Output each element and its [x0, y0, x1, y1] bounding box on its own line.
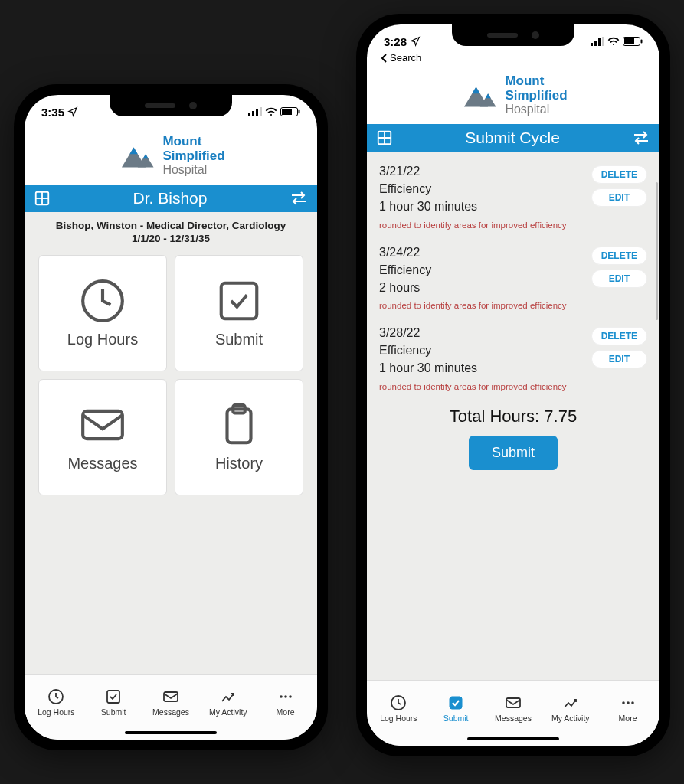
- svg-rect-25: [602, 37, 604, 46]
- svg-rect-7: [299, 110, 300, 114]
- tab-label: My Activity: [209, 707, 247, 717]
- entry-note: rounded to identify areas for improved e…: [379, 377, 647, 397]
- edit-button[interactable]: EDIT: [591, 188, 647, 207]
- mountain-icon: [116, 140, 156, 171]
- battery-icon: [623, 37, 643, 46]
- svg-rect-1: [252, 111, 254, 116]
- content-area: Bishop, Winston - Medical Director, Card…: [25, 212, 317, 674]
- tab-messages[interactable]: Messages: [485, 694, 542, 723]
- chart-icon: [561, 694, 580, 712]
- home-indicator[interactable]: [367, 732, 659, 746]
- chevron-left-icon: [381, 54, 388, 63]
- envelope-icon: [79, 401, 126, 449]
- scrollbar[interactable]: [656, 182, 658, 320]
- svg-rect-18: [164, 692, 178, 701]
- delete-button[interactable]: DELETE: [591, 165, 647, 184]
- svg-rect-29: [641, 40, 643, 44]
- tab-label: My Activity: [551, 714, 590, 723]
- status-time: 3:28: [384, 35, 407, 48]
- submit-button[interactable]: Submit: [469, 436, 558, 470]
- svg-rect-13: [83, 411, 123, 439]
- brand-line1: Mount: [505, 74, 567, 89]
- entries-list: 3/21/22 Efficiency 1 hour 30 minutes DEL…: [367, 152, 659, 470]
- more-icon: [277, 688, 295, 706]
- svg-rect-28: [624, 38, 634, 44]
- tile-label: History: [215, 455, 263, 472]
- user-subheader: Bishop, Winston - Medical Director, Card…: [25, 212, 317, 233]
- tile-label: Messages: [67, 455, 137, 472]
- svg-rect-24: [598, 38, 601, 46]
- tab-submit[interactable]: Submit: [85, 688, 142, 717]
- envelope-icon: [162, 688, 180, 706]
- status-time: 3:35: [41, 106, 64, 119]
- tab-log-hours[interactable]: Log Hours: [28, 688, 85, 717]
- total-hours: Total Hours: 7.75: [379, 400, 647, 436]
- tab-my-activity[interactable]: My Activity: [542, 694, 599, 723]
- svg-rect-17: [107, 691, 119, 703]
- title-bar: Dr. Bishop: [25, 185, 317, 212]
- wifi-icon: [607, 37, 620, 46]
- swap-icon[interactable]: [632, 130, 650, 145]
- tab-more[interactable]: More: [599, 694, 656, 723]
- grid-icon[interactable]: [376, 129, 393, 146]
- tab-label: Log Hours: [38, 707, 74, 717]
- edit-button[interactable]: EDIT: [591, 270, 647, 288]
- tab-my-activity[interactable]: My Activity: [199, 688, 257, 717]
- svg-point-21: [289, 695, 292, 698]
- checkbox-icon: [215, 277, 263, 325]
- tab-label: Messages: [495, 714, 532, 723]
- svg-rect-6: [282, 109, 292, 115]
- list-item: 3/28/22 Efficiency 1 hour 30 minutes DEL…: [379, 319, 647, 400]
- phone-notch: [110, 95, 232, 116]
- tab-label: More: [277, 707, 295, 717]
- svg-rect-0: [248, 113, 250, 116]
- tile-submit[interactable]: Submit: [175, 255, 303, 371]
- mountain-icon: [459, 80, 499, 110]
- delete-button[interactable]: DELETE: [591, 247, 647, 265]
- svg-point-19: [280, 695, 283, 698]
- clock-icon: [389, 694, 407, 712]
- svg-rect-23: [594, 41, 597, 46]
- date-range: 1/1/20 - 12/31/35: [25, 233, 317, 255]
- swap-icon[interactable]: [290, 191, 308, 206]
- clipboard-icon: [215, 401, 263, 449]
- location-icon: [67, 106, 78, 117]
- delete-button[interactable]: DELETE: [591, 327, 647, 345]
- grid-icon[interactable]: [34, 190, 51, 207]
- tab-more[interactable]: More: [257, 688, 314, 717]
- wifi-icon: [265, 107, 277, 116]
- content-area: 3/21/22 Efficiency 1 hour 30 minutes DEL…: [367, 152, 659, 680]
- checkbox-icon: [447, 694, 465, 712]
- tile-history[interactable]: History: [175, 379, 303, 495]
- back-to-search[interactable]: Search: [367, 52, 659, 64]
- svg-rect-35: [506, 698, 520, 707]
- screen: 3:35 Mount Simplified Hospital: [25, 95, 317, 740]
- brand-line1: Mount: [162, 135, 224, 149]
- brand-line3: Hospital: [162, 163, 224, 177]
- tile-label: Submit: [215, 331, 263, 348]
- phone-mockup-home: 3:35 Mount Simplified Hospital: [14, 84, 328, 750]
- envelope-icon: [504, 694, 522, 712]
- svg-point-4: [270, 114, 272, 116]
- tab-messages[interactable]: Messages: [142, 688, 200, 717]
- edit-button[interactable]: EDIT: [591, 350, 647, 368]
- list-item: 3/24/22 Efficiency 2 hours DELETE EDIT r…: [379, 239, 647, 320]
- brand-line3: Hospital: [505, 103, 567, 116]
- tab-submit[interactable]: Submit: [427, 694, 485, 723]
- entry-note: rounded to identify areas for improved e…: [379, 296, 647, 316]
- svg-rect-34: [450, 697, 462, 709]
- tile-log-hours[interactable]: Log Hours: [38, 255, 167, 371]
- tab-label: Messages: [152, 707, 189, 717]
- phone-mockup-submit: 3:28 Search Mount Simplified: [356, 14, 670, 756]
- home-indicator[interactable]: [25, 726, 317, 740]
- chart-icon: [219, 688, 237, 706]
- clock-icon: [47, 688, 65, 706]
- checkbox-icon: [104, 688, 123, 706]
- clock-icon: [79, 277, 126, 325]
- tab-bar: Log Hours Submit Messages My Activity Mo…: [367, 680, 659, 732]
- page-title: Dr. Bishop: [51, 189, 290, 207]
- tab-bar: Log Hours Submit Messages My Activity Mo…: [25, 674, 317, 726]
- list-item: 3/21/22 Efficiency 1 hour 30 minutes DEL…: [379, 158, 647, 239]
- tile-messages[interactable]: Messages: [38, 379, 167, 495]
- tab-log-hours[interactable]: Log Hours: [370, 694, 427, 723]
